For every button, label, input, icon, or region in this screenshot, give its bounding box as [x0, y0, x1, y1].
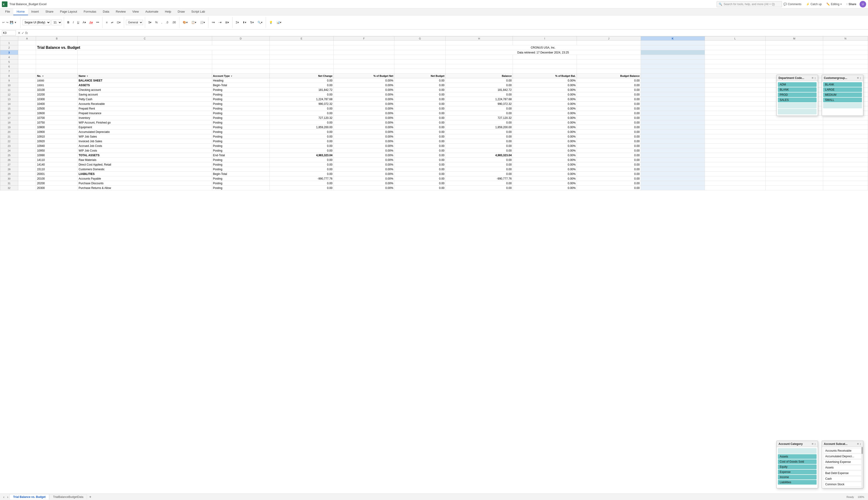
as-item-acc-dep[interactable]: Accumulated Depreci...	[823, 454, 862, 459]
cell-m2[interactable]	[765, 45, 823, 50]
col-header-g[interactable]: G	[394, 36, 446, 41]
ac-item-assets[interactable]: Assets	[778, 454, 816, 459]
dept-item-empty1[interactable]	[778, 103, 816, 109]
cell-f6[interactable]	[334, 64, 394, 69]
cell-n3[interactable]	[823, 50, 868, 55]
undo-button[interactable]: ↩	[2, 20, 5, 24]
cell-g3[interactable]	[394, 50, 446, 55]
cg-item-small[interactable]: SMALL	[823, 98, 862, 102]
cell-f4[interactable]	[334, 55, 394, 59]
tab-page-layout[interactable]: Page Layout	[57, 8, 80, 15]
cell-n7[interactable]	[823, 69, 868, 73]
cell-j4[interactable]	[577, 55, 641, 59]
col-header-i[interactable]: I	[512, 36, 577, 41]
tab-insert[interactable]: Insert	[28, 8, 42, 15]
cell-e4[interactable]	[270, 55, 334, 59]
cell-m4[interactable]	[765, 55, 823, 59]
cell-k3[interactable]	[641, 50, 705, 55]
cell-m1[interactable]	[765, 41, 823, 45]
col-header-h[interactable]: H	[446, 36, 513, 41]
filter-icon[interactable]: ≡	[812, 76, 814, 80]
font-family-select[interactable]: Segoe UI (Body)	[22, 20, 50, 25]
row-num-2[interactable]: 2	[0, 45, 18, 50]
cell-f2[interactable]	[334, 45, 394, 50]
wrap-text-button[interactable]: ⇌	[110, 20, 115, 25]
cell-k8[interactable]	[641, 73, 705, 78]
italic-button[interactable]: I	[71, 20, 75, 25]
cell-i4[interactable]	[512, 55, 577, 59]
formula-input[interactable]	[30, 31, 866, 35]
as-sort-icon[interactable]: ↕	[860, 442, 861, 446]
account-category-header[interactable]: Account Category ≡ ↕	[777, 441, 818, 447]
cell-f3[interactable]	[334, 50, 394, 55]
cancel-formula-icon[interactable]: ✕	[18, 31, 21, 35]
cell-g6[interactable]	[394, 64, 446, 69]
conditional-format-button[interactable]: 🎨▾	[181, 20, 189, 25]
row-num-4[interactable]: 4	[0, 55, 18, 59]
cell-d3[interactable]	[212, 50, 270, 55]
cell-k7[interactable]	[641, 69, 705, 73]
cell-styles-button[interactable]: ⬜▾	[199, 20, 206, 25]
as-item-adv[interactable]: Advertising Expense	[823, 459, 862, 465]
col-header-m[interactable]: M	[765, 36, 823, 41]
redo-button[interactable]: ↪	[5, 20, 9, 24]
cell-m7[interactable]	[765, 69, 823, 73]
col-header-l[interactable]: L	[705, 36, 765, 41]
cell-e6[interactable]	[270, 64, 334, 69]
ac-item-empty[interactable]	[778, 448, 816, 454]
cell-k4[interactable]	[641, 55, 705, 59]
ideas-button[interactable]: 💡	[268, 20, 274, 25]
delete-cells-button[interactable]: −▾	[217, 20, 223, 25]
comma-button[interactable]: ,	[160, 20, 164, 25]
tab-file[interactable]: File	[2, 8, 13, 15]
col-header-b[interactable]: B	[36, 36, 78, 41]
cell-i7[interactable]	[512, 69, 577, 73]
increase-decimal-button[interactable]: .00	[171, 20, 177, 25]
cell-n4[interactable]	[823, 55, 868, 59]
catchup-button[interactable]: ⚡ Catch up	[805, 2, 823, 6]
dept-item-empty2[interactable]	[778, 109, 816, 114]
as-item-common-stock[interactable]: Common Stock	[823, 482, 862, 487]
cg-item-empty[interactable]	[823, 103, 862, 109]
cell-c5[interactable]	[78, 59, 212, 64]
tab-review[interactable]: Review	[113, 8, 129, 15]
tab-automate[interactable]: Automate	[142, 8, 162, 15]
cell-b7[interactable]	[36, 69, 78, 73]
cell-n6[interactable]	[823, 64, 868, 69]
cell-a4[interactable]	[18, 55, 36, 59]
cell-g4[interactable]	[394, 55, 446, 59]
cell-b1[interactable]	[36, 41, 78, 45]
user-avatar[interactable]: U	[860, 1, 866, 8]
tab-help[interactable]: Help	[162, 8, 174, 15]
cell-h6[interactable]	[446, 64, 513, 69]
more-format-button[interactable]: •••	[95, 20, 101, 25]
dept-item-prod[interactable]: PROD	[778, 92, 816, 97]
scrollbar-thumb[interactable]	[861, 447, 863, 454]
font-color-button[interactable]: A▾	[88, 20, 94, 25]
ac-item-equity[interactable]: Equity	[778, 465, 816, 469]
as-item-bde[interactable]: Bad Debt Expense	[823, 470, 862, 476]
cell-j5[interactable]	[577, 59, 641, 64]
as-item-assets[interactable]: Assets	[823, 465, 862, 470]
cell-e5[interactable]	[270, 59, 334, 64]
dept-item-sales[interactable]: SALES	[778, 98, 816, 102]
share-button[interactable]: ↑ Share	[845, 2, 858, 6]
zoom-controls[interactable]: 100%	[856, 496, 866, 497]
row-num-6[interactable]: 6	[0, 64, 18, 69]
cell-l3[interactable]	[705, 50, 765, 55]
cell-d6[interactable]	[212, 64, 270, 69]
cell-a7[interactable]	[18, 69, 36, 73]
sheet-nav-right[interactable]: ›	[6, 495, 10, 497]
cell-f5[interactable]	[334, 59, 394, 64]
cell-a6[interactable]	[18, 64, 36, 69]
cell-c4[interactable]	[78, 55, 212, 59]
cell-n2[interactable]	[823, 45, 868, 50]
cell-d5[interactable]	[212, 59, 270, 64]
cell-k2[interactable]	[641, 45, 705, 50]
cell-e2[interactable]	[270, 45, 334, 50]
row-num-1[interactable]: 1	[0, 41, 18, 45]
col-header-n[interactable]: N	[823, 36, 868, 41]
find-select-button[interactable]: 🔍▾	[256, 20, 264, 25]
cell-e1[interactable]	[270, 41, 334, 45]
cell-h4[interactable]	[446, 55, 513, 59]
